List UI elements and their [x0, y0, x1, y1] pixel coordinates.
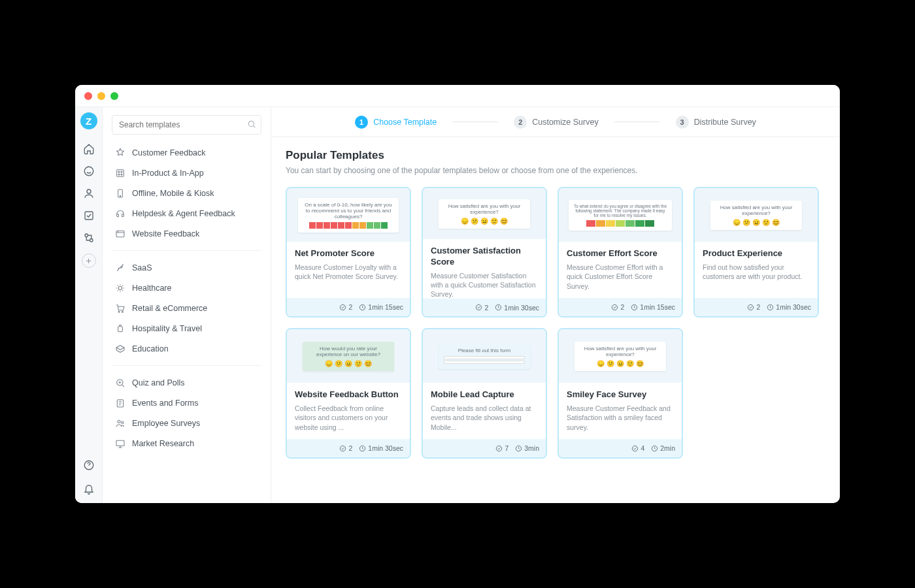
question-count: 7 — [495, 444, 508, 452]
stepper: 1 Choose Template 2 Customize Survey 3 D… — [271, 107, 840, 137]
window-zoom-button[interactable] — [110, 92, 118, 100]
template-card-0[interactable]: On a scale of 0-10, how likely are you t… — [286, 187, 411, 318]
sidebar-item-type-2[interactable]: Employee Surveys — [112, 413, 261, 433]
svg-rect-23 — [116, 440, 124, 446]
card-title: Mobile Lead Capture — [431, 389, 538, 400]
nav-rail: Z + — [75, 107, 103, 503]
education-icon — [114, 343, 125, 354]
card-thumbnail: How satisfied are you with your experien… — [559, 329, 682, 383]
headset-icon — [114, 208, 125, 219]
sidebar-item-ind-4[interactable]: Education — [112, 338, 261, 359]
sidebar-item-label: Offline, Mobile & Kiosk — [132, 189, 214, 198]
sidebar-item-type-0[interactable]: Quiz and Polls — [112, 372, 261, 393]
contacts-icon[interactable] — [82, 187, 95, 200]
card-footer: 2 1min 15sec — [559, 298, 682, 316]
card-description: Collect Feedback from online visitors an… — [295, 404, 402, 432]
page-title: Popular Templates — [286, 149, 825, 162]
help-icon[interactable] — [82, 459, 95, 472]
svg-point-32 — [341, 446, 346, 451]
template-card-3[interactable]: How satisfied are you with your experien… — [693, 187, 819, 318]
duration: 2min — [651, 444, 675, 452]
duration: 1min 30sec — [495, 304, 539, 312]
sidebar-item-cat-1[interactable]: In-Product & In-App — [112, 163, 261, 183]
sidebar-item-type-3[interactable]: Market Research — [112, 433, 261, 453]
card-footer: 2 1min 30sec — [695, 298, 818, 316]
page-subtitle: You can start by choosing one of the pop… — [286, 166, 825, 175]
step-choose-template[interactable]: 1 Choose Template — [355, 116, 437, 129]
svg-point-26 — [476, 305, 482, 310]
card-description: Measure Customer Satisfaction with a qui… — [431, 271, 538, 299]
cloud-icon — [114, 262, 125, 273]
card-thumbnail: On a scale of 0-10, how likely are you t… — [287, 188, 410, 242]
app-window: Z + — [75, 85, 840, 503]
template-card-4[interactable]: How would you rate your experience on ou… — [286, 328, 411, 459]
svg-point-0 — [84, 167, 93, 176]
duration: 1min 15sec — [359, 303, 403, 311]
template-card-6[interactable]: How satisfied are you with your experien… — [557, 328, 683, 459]
tasks-icon[interactable] — [82, 209, 95, 222]
card-thumbnail: How satisfied are you with your experien… — [695, 188, 818, 242]
home-icon[interactable] — [82, 142, 95, 155]
svg-rect-18 — [118, 326, 122, 331]
sidebar: Customer FeedbackIn-Product & In-AppOffl… — [103, 107, 271, 503]
mobile-icon — [114, 188, 125, 199]
card-description: Measure Customer Feedback and Satisfacti… — [567, 404, 674, 432]
step-label: Distribute Survey — [694, 118, 756, 127]
app-logo[interactable]: Z — [80, 112, 97, 129]
svg-point-4 — [90, 239, 93, 242]
sidebar-item-ind-2[interactable]: Retail & eCommerce — [112, 298, 261, 318]
card-thumbnail: How satisfied are you with your experien… — [423, 188, 546, 239]
sidebar-item-ind-1[interactable]: Healthcare — [112, 278, 261, 298]
svg-point-8 — [118, 171, 120, 172]
search-input[interactable] — [112, 115, 261, 135]
card-title: Website Feedback Button — [295, 389, 402, 400]
sidebar-item-cat-0[interactable]: Customer Feedback — [112, 142, 261, 163]
step-customize-survey[interactable]: 2 Customize Survey — [514, 116, 598, 129]
svg-point-34 — [497, 446, 502, 451]
quiz-icon — [114, 377, 125, 388]
svg-point-3 — [85, 234, 88, 237]
svg-point-24 — [341, 304, 346, 310]
sidebar-item-cat-4[interactable]: Website Feedback — [112, 223, 261, 244]
sidebar-item-ind-0[interactable]: SaaS — [112, 257, 261, 278]
card-description: Find out how satisfied your customers ar… — [703, 263, 810, 281]
main-area: 1 Choose Template 2 Customize Survey 3 D… — [271, 107, 840, 503]
duration: 1min 30sec — [359, 444, 403, 452]
integrations-icon[interactable] — [82, 231, 95, 244]
card-title: Smiley Face Survey — [567, 389, 674, 400]
clipboard-icon — [114, 397, 125, 408]
sidebar-item-cat-2[interactable]: Offline, Mobile & Kiosk — [112, 183, 261, 203]
card-footer: 4 2min — [559, 439, 682, 457]
sun-icon — [114, 282, 125, 293]
card-description: Capture leads and collect data at events… — [431, 404, 538, 432]
add-button[interactable]: + — [82, 253, 96, 268]
svg-point-16 — [118, 311, 120, 312]
window-minimize-button[interactable] — [97, 92, 105, 100]
notifications-icon[interactable] — [82, 482, 95, 495]
template-card-1[interactable]: How satisfied are you with your experien… — [422, 187, 547, 318]
question-count: 2 — [747, 303, 760, 311]
template-card-5[interactable]: Please fill out this formMobile Lead Cap… — [422, 328, 547, 459]
cart-icon — [114, 302, 125, 314]
svg-point-6 — [248, 121, 254, 126]
card-footer: 2 1min 30sec — [287, 439, 410, 457]
template-card-2[interactable]: To what extend do you agree or disagree … — [557, 187, 683, 318]
step-divider — [614, 122, 660, 122]
card-title: Product Experience — [703, 248, 810, 259]
svg-point-13 — [120, 195, 120, 196]
sidebar-item-label: In-Product & In-App — [132, 169, 204, 178]
question-count: 2 — [611, 303, 624, 311]
step-distribute-survey[interactable]: 3 Distribute Survey — [676, 116, 756, 129]
duration: 1min 30sec — [767, 303, 811, 311]
sidebar-item-cat-3[interactable]: Helpdesk & Agent Feedback — [112, 203, 261, 223]
template-grid: On a scale of 0-10, how likely are you t… — [286, 187, 825, 459]
sidebar-item-ind-3[interactable]: Hospitality & Travel — [112, 318, 261, 338]
sidebar-item-label: Employee Surveys — [132, 419, 200, 428]
window-close-button[interactable] — [84, 92, 92, 100]
svg-point-15 — [118, 286, 122, 289]
sidebar-item-type-1[interactable]: Events and Forms — [112, 393, 261, 413]
feedback-icon[interactable] — [82, 165, 95, 178]
grid-icon — [114, 167, 125, 178]
step-label: Customize Survey — [532, 118, 598, 127]
svg-point-21 — [118, 420, 120, 423]
